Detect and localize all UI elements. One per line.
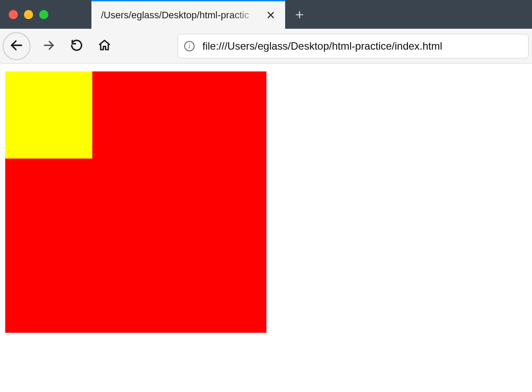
- page-content: [0, 64, 532, 333]
- arrow-right-icon: [42, 39, 55, 54]
- site-info-icon[interactable]: i: [184, 41, 195, 51]
- red-box: [5, 71, 266, 333]
- window-controls: [0, 0, 91, 29]
- tab-title: /Users/eglass/Desktop/html-practic: [101, 10, 264, 21]
- yellow-box: [5, 71, 92, 159]
- address-bar[interactable]: i file:///Users/eglass/Desktop/html-prac…: [178, 34, 529, 58]
- browser-tab[interactable]: /Users/eglass/Desktop/html-practic ✕: [91, 0, 285, 29]
- back-button[interactable]: [3, 32, 30, 60]
- close-tab-icon[interactable]: ✕: [264, 10, 277, 21]
- arrow-left-icon: [9, 38, 24, 54]
- url-text: file:///Users/eglass/Desktop/html-practi…: [202, 40, 442, 52]
- home-button[interactable]: [92, 34, 117, 58]
- window-maximize-button[interactable]: [39, 10, 48, 19]
- plus-icon: +: [295, 7, 304, 22]
- window-minimize-button[interactable]: [24, 10, 33, 19]
- forward-button[interactable]: [37, 34, 61, 58]
- new-tab-button[interactable]: +: [285, 0, 314, 29]
- window-close-button[interactable]: [9, 10, 18, 19]
- home-icon: [98, 39, 111, 54]
- titlebar: /Users/eglass/Desktop/html-practic ✕ +: [0, 0, 532, 29]
- reload-button[interactable]: [64, 34, 89, 58]
- toolbar: i file:///Users/eglass/Desktop/html-prac…: [0, 29, 532, 64]
- reload-icon: [70, 39, 83, 54]
